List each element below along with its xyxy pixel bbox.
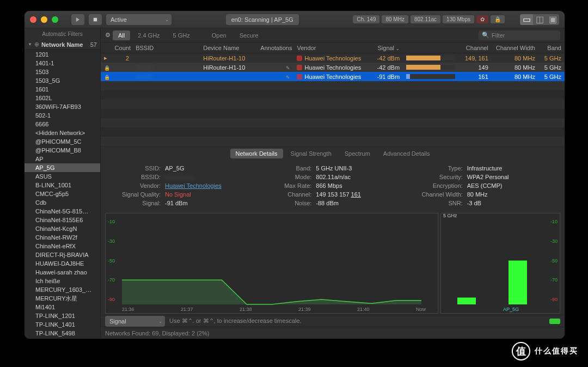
sidebar-item[interactable]: TP-LINK_1201 [24,311,100,320]
sidebar-header[interactable]: ▼ ⊕ Network Name 57 [24,39,100,50]
signal-band-chart[interactable]: 5 GHz-10-30-50-70-90AP_5G [440,213,560,314]
sidebar-item[interactable]: Cdb [24,198,100,207]
chart-area: -10-30-50-70-9021:3621:3721:3821:3921:40… [101,211,565,315]
stop-button[interactable] [89,14,102,25]
sidebar-item[interactable]: 360WiFi-7AFB93 [24,102,100,111]
sidebar-item[interactable]: CMCC-g5p5 [24,189,100,198]
network-list[interactable]: 12011401-115031503_5G16011602L360WiFi-7A… [24,50,100,339]
sidebar-item[interactable]: 1201 [24,50,100,59]
connection-pills: Ch. 149 80 MHz 802.11ac 130 Mbps ✿ 🔒 [353,15,505,23]
view-split-button[interactable]: ◫ [533,14,546,25]
sidebar-auto-filters[interactable]: Automatic Filters [24,28,100,39]
disclosure-icon[interactable]: ▼ [28,42,32,47]
pill-width: 80 MHz [382,15,408,23]
filter-24ghz[interactable]: 2.4 GHz [132,30,165,40]
view-detail-button[interactable]: ▣ [546,14,559,25]
col-header[interactable]: Channel Width [492,45,538,51]
sidebar: Automatic Filters ▼ ⊕ Network Name 57 12… [24,28,101,339]
col-header[interactable]: Signal ⌄ [372,45,403,51]
sidebar-item[interactable]: 1601 [24,85,100,94]
vendor-icon [297,65,302,70]
col-header[interactable]: Vendor [293,45,371,51]
play-button[interactable] [71,14,84,25]
stats-text: Networks Found: 69, Displayed: 2 (2%) [105,330,209,337]
col-header[interactable]: Annotations [257,45,293,51]
titlebar: Active en0: Scanning | AP_5G Ch. 149 80 … [24,11,565,28]
details-grid: SSID:AP_5GBSSID:·· ·· ·· ·· ·· ··Vendor:… [101,161,565,211]
table-row[interactable]: 🔒··········✎Huawei Technologies-91 dBm16… [101,72,565,81]
sidebar-item[interactable]: ChinaNet-5G-815… [24,207,100,216]
sidebar-item[interactable]: ChinaNet-8155E6 [24,216,100,224]
sidebar-item[interactable]: 1401-1 [24,59,100,68]
pill-lock-icon: 🔒 [491,15,505,23]
scan-mode-select[interactable]: Active [106,14,171,25]
status-display: en0: Scanning | AP_5G [226,14,299,25]
sidebar-item[interactable]: Huawei-sarah zhao [24,268,100,277]
sidebar-item[interactable]: AP [24,155,100,163]
sidebar-item[interactable]: TP-LINK_5498 [24,329,100,338]
sidebar-item[interactable]: 1503 [24,68,100,76]
lock-icon: 🔒 [104,75,110,80]
sidebar-item[interactable]: <Hidden Network> [24,129,100,137]
sidebar-item[interactable]: HUAWEI-DAJ8HE [24,259,100,268]
sidebar-item[interactable]: 6666 [24,120,100,129]
col-header[interactable]: BSSID [132,45,200,51]
filter-5ghz[interactable]: 5 GHz [168,30,195,40]
tab-advanced-details[interactable]: Advanced Details [378,149,436,158]
sidebar-item[interactable]: 1503_5G [24,76,100,85]
col-header[interactable]: Count [112,45,133,51]
detail-row: Vendor:Huawei Technologies [112,182,252,189]
battery-icon [549,319,560,324]
table-row[interactable]: 🔒··········HiRouter-H1-10✎Huawei Technol… [101,63,565,72]
footer-hint: Use ⌘⌃. or ⌘⌃, to increase/decrease time… [169,317,301,325]
sidebar-item[interactable]: MERCURY_1603_… [24,285,100,294]
signal-time-chart[interactable]: -10-30-50-70-9021:3621:3721:3821:3921:40… [105,213,438,314]
tab-signal-strength[interactable]: Signal Strength [285,149,337,158]
sidebar-item[interactable]: 1602L [24,94,100,102]
zoom-window-button[interactable] [52,16,58,23]
table-row[interactable]: ▸2HiRouter-H1-10Huawei Technologies-42 d… [101,53,565,63]
sidebar-item[interactable]: @PHICOMM_B8 [24,146,100,155]
sidebar-item[interactable]: AP_5G [24,163,100,172]
sidebar-item[interactable]: Ich heiße [24,277,100,285]
sidebar-item[interactable]: ChinaNet-KcgN [24,224,100,233]
detail-row: BSSID:·· ·· ·· ·· ·· ·· [112,174,252,180]
view-mode-group: ▭ ◫ ▣ [520,14,559,25]
sidebar-item[interactable]: TP-LINK_1401 [24,320,100,329]
detail-row: Channel:149 153 157 161 [262,191,402,198]
detail-row: Channel Width:80 MHz [414,191,554,198]
sidebar-item[interactable]: ASUS [24,172,100,181]
filter-open[interactable]: Open [206,30,232,40]
sidebar-item[interactable]: @PHICOMM_5C [24,137,100,146]
col-header[interactable]: Band [538,45,565,51]
sidebar-item[interactable]: ChinaNet-eRfX [24,242,100,250]
close-window-button[interactable] [30,16,36,23]
gear-icon[interactable]: ⚙ [105,32,111,39]
signal-mode-select[interactable]: Signal [105,316,165,327]
sidebar-item[interactable]: ChinaNet-RW2f [24,233,100,242]
sidebar-item[interactable]: MERCURY水星 [24,294,100,303]
detail-row: Security:WPA2 Personal [414,174,554,180]
col-header[interactable]: Device Name [200,45,257,51]
sidebar-item[interactable]: TP-LINK_5600 [24,338,100,339]
tab-spectrum[interactable]: Spectrum [339,149,376,158]
sidebar-item[interactable]: Mi1401 [24,303,100,311]
col-header[interactable]: Channel [455,45,492,51]
filter-all[interactable]: All [113,30,130,40]
search-icon: 🔍 [482,32,489,39]
filter-search[interactable]: 🔍 Filter [479,30,560,40]
tab-network-details[interactable]: Network Details [230,149,283,158]
table-empty-rows [101,81,565,146]
watermark: 值 什么值得买 [512,342,578,360]
sidebar-item[interactable]: B-LINK_1001 [24,181,100,189]
pencil-icon[interactable]: ✎ [286,65,290,71]
scan-mode-value: Active [111,16,127,23]
sidebar-item[interactable]: DIRECT-Rj-BRAVIA [24,250,100,259]
view-main-button[interactable]: ▭ [520,14,533,25]
main-pane: ⚙ All 2.4 GHz 5 GHz Open Secure 🔍 Filter… [101,28,565,339]
minimize-window-button[interactable] [41,16,47,23]
pencil-icon[interactable]: ✎ [286,75,290,80]
detail-row: Encryption:AES (CCMP) [414,182,554,189]
sidebar-item[interactable]: 502-1 [24,111,100,120]
filter-secure[interactable]: Secure [234,30,264,40]
